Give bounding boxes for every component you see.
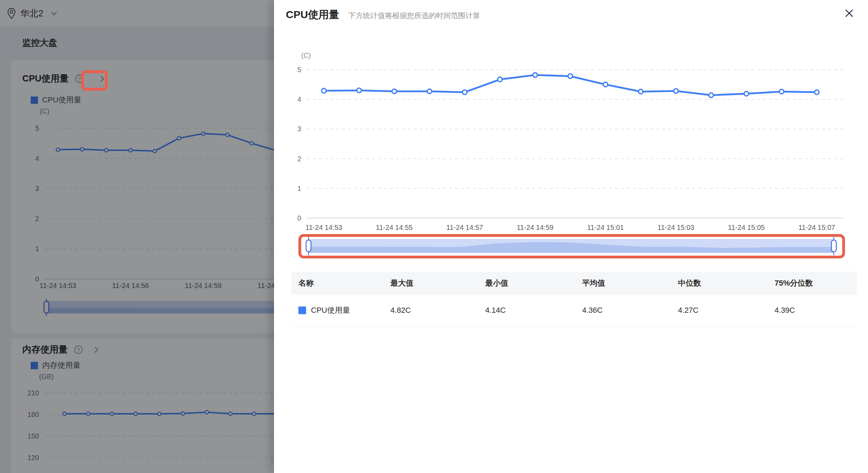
annotation-box-expand-button [81,70,108,91]
col-header-median: 中位数 [678,278,775,288]
svg-text:2: 2 [297,155,301,163]
col-header-min: 最小值 [485,278,582,288]
median-value: 4.27C [678,306,775,315]
svg-text:4: 4 [297,95,301,103]
svg-text:11-24 15:03: 11-24 15:03 [657,224,694,231]
svg-text:11-24 14:59: 11-24 14:59 [517,224,553,231]
annotation-box-slider [298,234,845,258]
svg-text:11-24 14:57: 11-24 14:57 [446,224,483,231]
p75-value: 4.39C [775,306,857,315]
series-name-cell: CPU使用量 [298,305,390,316]
col-header-name: 名称 [298,278,390,288]
svg-text:3: 3 [297,125,301,133]
col-header-avg: 平均值 [582,278,678,288]
min-value: 4.14C [485,306,582,315]
col-header-p75: 75%分位数 [775,278,857,288]
drawer-subtitle: 下方统计值将根据您所选的时间范围计算 [348,11,480,21]
svg-text:5: 5 [297,66,301,73]
series-swatch [298,307,306,314]
cpu-detail-line-chart: 54321011-24 14:5311-24 14:5511-24 14:571… [274,45,868,240]
svg-text:11-24 15:07: 11-24 15:07 [798,224,835,231]
svg-text:11-24 14:53: 11-24 14:53 [305,224,342,231]
table-row: CPU使用量 4.82C 4.14C 4.36C 4.27C 4.39C [291,295,857,326]
drawer-title: CPU使用量 [286,8,339,22]
svg-text:11-24 15:05: 11-24 15:05 [728,224,764,231]
avg-value: 4.36C [582,306,678,315]
svg-text:1: 1 [297,185,301,192]
max-value: 4.82C [390,306,485,315]
svg-text:11-24 15:01: 11-24 15:01 [587,224,624,231]
statistics-table: 名称 最大值 最小值 平均值 中位数 75%分位数 CPU使用量 4.82C 4… [291,272,857,326]
table-header-row: 名称 最大值 最小值 平均值 中位数 75%分位数 [291,272,857,295]
svg-text:0: 0 [297,214,301,222]
svg-text:11-24 14:55: 11-24 14:55 [376,224,412,231]
col-header-max: 最大值 [390,278,485,288]
close-icon[interactable] [841,5,858,22]
